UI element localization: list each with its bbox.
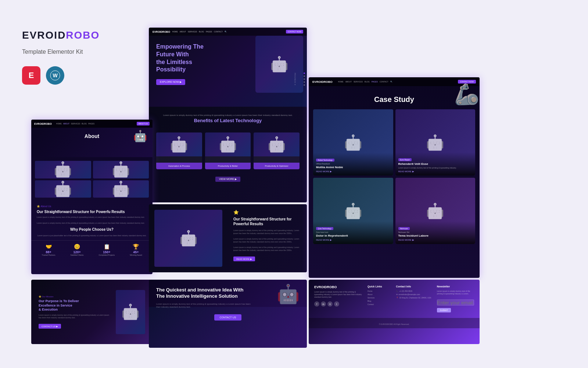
- stats-row: 🤝 88+ Trusted Partners 😊 120+ Satisfied …: [31, 240, 153, 259]
- footer-link-blog[interactable]: Blog: [368, 300, 392, 302]
- case-nav-items: HOME ABOUT SERVICES BLOG PAGES CONTACT 🔍: [338, 81, 392, 83]
- footer-social-icons: f in li t: [314, 301, 364, 307]
- svg-text:W: W: [53, 72, 58, 78]
- case-card-3-read-more[interactable]: READ MORE ▶: [316, 238, 390, 241]
- footer-main-content: EVROIDROBO Lorem ipsum is simply dummy t…: [309, 280, 480, 318]
- stat-number-1: 88+: [42, 250, 55, 254]
- footer-brand-col: EVROIDROBO Lorem ipsum is simply dummy t…: [314, 285, 364, 312]
- hero-explore-btn[interactable]: EXPLORE NOW ▶: [156, 79, 185, 85]
- hero-nav-services: SERVICES: [188, 31, 197, 33]
- case-nav-about: ABOUT: [345, 81, 352, 83]
- case-card-3-subtitle: Quis Aute Irum: [316, 231, 390, 233]
- instagram-icon[interactable]: in: [321, 301, 326, 307]
- hero-nav-home: HOME: [172, 31, 178, 33]
- about-section-icon: ⭐ About Us: [37, 205, 147, 208]
- case-nav-pages: PAGES: [372, 81, 378, 83]
- linkedin-icon[interactable]: li: [327, 301, 333, 307]
- about-section-title: Our Straightforward Structure for Powerf…: [37, 209, 147, 214]
- twitter-icon[interactable]: t: [334, 301, 339, 307]
- cta-right-title: The Quickest and Innovative Idea With Th…: [156, 287, 252, 300]
- footer-bottom-bar: © EVROIDROBO All Right Reserved.: [309, 318, 480, 328]
- cta-left-screenshot: ⭐ Our Mission Our Purpose is To Deliver …: [31, 280, 153, 344]
- footer-newsletter-text: Lorem ipsum is simply dummy text of the …: [437, 290, 474, 295]
- newsletter-input[interactable]: [437, 300, 474, 305]
- case-nav-blog: BLOG: [365, 81, 370, 83]
- about-choose-title: Why People Choose Us?: [37, 227, 147, 231]
- template-label: Template Elementor Kit: [22, 49, 132, 55]
- benefits-title-start: Benefits of: [194, 118, 220, 123]
- benefits-cards-row: Automation & Process Productivity & Bett…: [156, 132, 300, 169]
- dot-2: [304, 75, 305, 77]
- dot-1: [304, 72, 305, 74]
- copyright-text: © EVROIDROBO All Right Reserved.: [379, 323, 409, 325]
- benefit-card-1-image: [156, 132, 202, 156]
- benefit-card-3-label: Productivity & Optimizer: [255, 163, 298, 169]
- case-study-title: Case Study: [316, 95, 472, 104]
- about-nav-logo: EVROIDROBO: [34, 123, 52, 125]
- case-cards-grid: Robot Technology Official Basebunt Molli…: [309, 109, 480, 244]
- structure-icon: ⭐: [233, 210, 301, 215]
- plugin-icons-row: E W: [22, 66, 132, 85]
- case-card-2: Eure Repair Rehenderit Velit Esse Lorem …: [395, 109, 476, 176]
- hero-title-end: Possibility: [156, 66, 186, 72]
- about-text-section: ⭐ About Us Our Straightforward Structure…: [31, 201, 153, 240]
- hero-nav-bar: EVROIDROBO HOME ABOUT SERVICES BLOG PAGE…: [149, 28, 307, 36]
- case-card-2-read-more[interactable]: READ MORE ▶: [398, 170, 473, 173]
- stat-number-2: 120+: [71, 250, 84, 254]
- stat-label-4: Winning Award: [130, 254, 142, 256]
- about-nav-cta[interactable]: ABOUT US: [137, 122, 150, 125]
- case-card-1-read-more[interactable]: READ MORE ▶: [316, 170, 390, 173]
- footer-link-home[interactable]: Home: [368, 290, 392, 292]
- cta-right-btn[interactable]: CONTACT US: [214, 314, 242, 321]
- case-card-4-read-more[interactable]: READ MORE ▶: [398, 238, 473, 241]
- stat-item-2: 😊 120+ Satisfied Clients: [71, 244, 84, 256]
- about-nav-about: ABOUT: [63, 123, 69, 125]
- structure-cta-btn[interactable]: READ MORE ▶: [233, 256, 255, 261]
- case-robot-image: 🦾: [454, 82, 480, 106]
- footer-link-services[interactable]: Services: [368, 297, 392, 299]
- cta-left-title: Our Purpose is To Deliver Excellence in …: [39, 299, 112, 312]
- benefits-view-more-btn[interactable]: VIEW MORE ▶: [215, 177, 240, 182]
- stat-number-4: 45+: [130, 250, 142, 254]
- cta-right-robot: 🤖: [277, 283, 300, 305]
- case-card-4: Niohruam Niohruam Stri Tema Incidunt Lab…: [395, 178, 476, 244]
- stat-label-2: Satisfied Clients: [71, 254, 84, 256]
- footer-link-contact[interactable]: Contact: [368, 303, 392, 305]
- structure-robot-section: [149, 204, 228, 272]
- footer-contact-email: ✉ evroidrobo@example.com: [396, 293, 433, 296]
- about-nav-pages: PAGES: [88, 123, 94, 125]
- benefit-card-2: Productivity & Better: [205, 132, 251, 169]
- structure-body-text-3: Lorem ipsum is simply dummy text of the …: [233, 246, 301, 252]
- case-card-3-title: Dolor in Reprehenderit: [316, 234, 390, 237]
- case-card-3: Quis Technology Quis Aute Irum Dolor in …: [313, 178, 393, 244]
- case-card-1-overlay: Robot Technology Official Basebunt Molli…: [313, 153, 393, 176]
- hero-nav-logo: EVROIDROBO: [153, 31, 170, 33]
- wordpress-icon[interactable]: W: [46, 66, 64, 85]
- footer-link-about[interactable]: About: [368, 293, 392, 296]
- elementor-icon[interactable]: E: [22, 66, 40, 85]
- cta-left-title-highlight1: Excellence in Service: [39, 304, 72, 307]
- facebook-icon[interactable]: f: [314, 301, 319, 307]
- case-card-4-overlay: Niohruam Niohruam Stri Tema Incidunt Lab…: [395, 221, 476, 244]
- benefit-card-2-label: Productivity & Better: [207, 163, 250, 169]
- cta-right-bg-glow: [149, 307, 307, 348]
- case-study-screenshot: EVROIDROBO HOME ABOUT SERVICES BLOG PAGE…: [309, 77, 480, 278]
- structure-body-text-2: Lorem ipsum is simply dummy text of the …: [233, 238, 301, 243]
- case-card-1-subtitle: Official Basebunt: [316, 163, 390, 165]
- cta-left-btn[interactable]: CONTACT US ▶: [39, 324, 61, 329]
- stat-item-4: 🏆 45+ Winning Award: [130, 244, 142, 256]
- cta-left-robot-image: [116, 290, 145, 334]
- location-icon: 📍: [396, 297, 398, 299]
- about-nav-home: HOME: [56, 123, 62, 125]
- case-card-4-subtitle: Niohruam Stri: [398, 231, 473, 233]
- dot-3: [304, 78, 305, 80]
- newsletter-submit-btn[interactable]: SUBMIT: [437, 308, 451, 312]
- hero-nav-cta[interactable]: CONTACT NOW: [286, 30, 303, 33]
- benefit-card-1-label: Automation & Process: [158, 163, 201, 169]
- stat-icon-3: 📋: [99, 244, 115, 250]
- structure-text-section: ⭐ Our Straightforward Structure for Powe…: [228, 204, 307, 272]
- benefit-card-2-image: [205, 132, 251, 156]
- structure-body-text: Lorem ipsum is simply dummy text of the …: [233, 229, 301, 235]
- case-card-4-tag: Niohruam: [398, 227, 410, 230]
- about-nav-items: HOME ABOUT SERVICES BLOG PAGES: [56, 123, 94, 125]
